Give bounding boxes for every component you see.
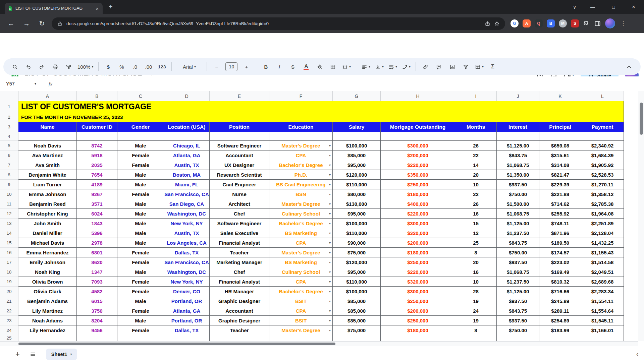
- cell-F21[interactable]: BSIT▾: [269, 296, 333, 306]
- cell-J18[interactable]: $1,068.75: [497, 267, 539, 277]
- header-gender[interactable]: Gender: [117, 122, 164, 132]
- cell-F14[interactable]: BS Marketing▾: [269, 228, 333, 238]
- borders-button[interactable]: [327, 61, 339, 72]
- show-side-panel-icon[interactable]: ‹: [636, 350, 639, 359]
- cell-C12[interactable]: Male: [117, 209, 164, 219]
- cell-G20[interactable]: $100,000: [333, 287, 381, 296]
- paint-format-button[interactable]: [62, 61, 75, 72]
- cell-C11[interactable]: Male: [117, 199, 164, 209]
- cell-F16[interactable]: Master's Degree▾: [269, 248, 333, 257]
- header-education[interactable]: Education: [269, 122, 333, 132]
- cell-I18[interactable]: 16: [455, 267, 497, 277]
- cell-I17[interactable]: 20: [455, 257, 497, 267]
- cell-G13[interactable]: $100,000: [333, 219, 381, 228]
- extensions-puzzle-icon[interactable]: [583, 20, 590, 27]
- vertical-align-button[interactable]: ▾: [373, 61, 385, 72]
- cell-G10[interactable]: $80,000: [333, 189, 381, 199]
- cell-B24[interactable]: 9456: [77, 325, 117, 335]
- cell-A19[interactable]: Olivia Brown: [18, 277, 77, 287]
- row-header-22[interactable]: 22: [0, 306, 18, 316]
- create-filter-button[interactable]: [460, 61, 472, 72]
- address-bar[interactable]: docs.google.com/spreadsheets/d/1zD2sJ8u9…: [52, 17, 505, 30]
- cell-E22[interactable]: Accountant: [210, 306, 269, 316]
- cell-I13[interactable]: 15: [455, 219, 497, 228]
- percent-format-button[interactable]: %: [115, 61, 128, 72]
- cell-I22[interactable]: 24: [455, 306, 497, 316]
- row-header-24[interactable]: 24: [0, 325, 18, 335]
- cell-E17[interactable]: Marketing Manager: [210, 257, 269, 267]
- cell-H18[interactable]: $220,000: [381, 267, 455, 277]
- column-header-B[interactable]: B: [77, 91, 117, 101]
- cell-J16[interactable]: $750.00: [497, 248, 539, 257]
- cell-C25[interactable]: [117, 335, 164, 341]
- data-validation-caret-icon[interactable]: ▾: [329, 260, 331, 264]
- cell-L19[interactable]: $2,689.68: [581, 277, 624, 287]
- cell-E4[interactable]: [210, 132, 269, 141]
- decrease-decimal-button[interactable]: .0: [129, 61, 141, 72]
- italic-button[interactable]: I: [273, 61, 285, 72]
- cell-L21[interactable]: $1,554.11: [581, 296, 624, 306]
- cell-C23[interactable]: Male: [117, 316, 164, 325]
- cell-G16[interactable]: $75,000: [333, 248, 381, 257]
- cell-I5[interactable]: 26: [455, 141, 497, 150]
- cell-C14[interactable]: Male: [117, 228, 164, 238]
- cell-D18[interactable]: Washington, DC: [164, 267, 210, 277]
- cell-K25[interactable]: [539, 335, 581, 341]
- cell-A4[interactable]: [18, 132, 77, 141]
- cell-L17[interactable]: $1,514.58: [581, 257, 624, 267]
- cell-A21[interactable]: Benjamin Adams: [18, 296, 77, 306]
- cell-C7[interactable]: Female: [117, 160, 164, 170]
- cell-D5[interactable]: Chicago, IL: [164, 141, 210, 150]
- bold-button[interactable]: B: [260, 61, 272, 72]
- cell-K5[interactable]: $659.08: [539, 141, 581, 150]
- row-header-13[interactable]: 13: [0, 219, 18, 228]
- cell-B8[interactable]: 7654: [77, 170, 117, 180]
- column-header-C[interactable]: C: [117, 91, 164, 101]
- data-validation-caret-icon[interactable]: ▾: [329, 309, 331, 313]
- cell-I14[interactable]: 12: [455, 228, 497, 238]
- cell-J15[interactable]: $843.75: [497, 238, 539, 248]
- cell-D21[interactable]: Portland, OR: [164, 296, 210, 306]
- cell-L10[interactable]: $1,358.12: [581, 189, 624, 199]
- close-button[interactable]: ×: [626, 0, 641, 14]
- data-validation-caret-icon[interactable]: ▾: [329, 328, 331, 332]
- increase-decimal-button[interactable]: .00: [142, 61, 155, 72]
- cell-K9[interactable]: $229.39: [539, 180, 581, 189]
- cell-D13[interactable]: New York, NY: [164, 219, 210, 228]
- header-interest[interactable]: Interest: [497, 122, 539, 132]
- cell-C20[interactable]: Female: [117, 287, 164, 296]
- cell-B14[interactable]: 5396: [77, 228, 117, 238]
- cell-G9[interactable]: $110,000: [333, 180, 381, 189]
- table-views-button[interactable]: ▾: [473, 61, 485, 72]
- cell-I8[interactable]: 20: [455, 170, 497, 180]
- cell-A15[interactable]: Michael Davis: [18, 238, 77, 248]
- cell-I24[interactable]: 8: [455, 325, 497, 335]
- extension-b[interactable]: B: [547, 19, 555, 27]
- cell-E15[interactable]: Financial Analyst: [210, 238, 269, 248]
- cell-A7[interactable]: Ava Smith: [18, 160, 77, 170]
- back-button[interactable]: ←: [5, 17, 17, 30]
- strikethrough-button[interactable]: S: [286, 61, 299, 72]
- data-validation-caret-icon[interactable]: ▾: [329, 241, 331, 245]
- cell-G23[interactable]: $85,000: [333, 316, 381, 325]
- cell-H5[interactable]: $300,000: [381, 141, 455, 150]
- cell-E13[interactable]: Software Engineer: [210, 219, 269, 228]
- cell-G6[interactable]: $85,000: [333, 150, 381, 160]
- cell-G19[interactable]: $110,000: [333, 277, 381, 287]
- cell-A13[interactable]: John Smith: [18, 219, 77, 228]
- cell-B18[interactable]: 1347: [77, 267, 117, 277]
- cell-C10[interactable]: Female: [117, 189, 164, 199]
- cell-B12[interactable]: 6024: [77, 209, 117, 219]
- cell-I11[interactable]: 26: [455, 199, 497, 209]
- cell-G12[interactable]: $95,000: [333, 209, 381, 219]
- cell-A18[interactable]: Noah King: [18, 267, 77, 277]
- column-header-L[interactable]: L: [581, 91, 624, 101]
- column-header-H[interactable]: H: [381, 91, 455, 101]
- cell-L18[interactable]: $2,049.51: [581, 267, 624, 277]
- header-principal[interactable]: Principal: [539, 122, 581, 132]
- row-header-3[interactable]: 3: [0, 122, 18, 132]
- cell-K16[interactable]: $174.57: [539, 248, 581, 257]
- cell-L25[interactable]: [581, 335, 624, 341]
- cell-D23[interactable]: Portland, OR: [164, 316, 210, 325]
- cell-K4[interactable]: [539, 132, 581, 141]
